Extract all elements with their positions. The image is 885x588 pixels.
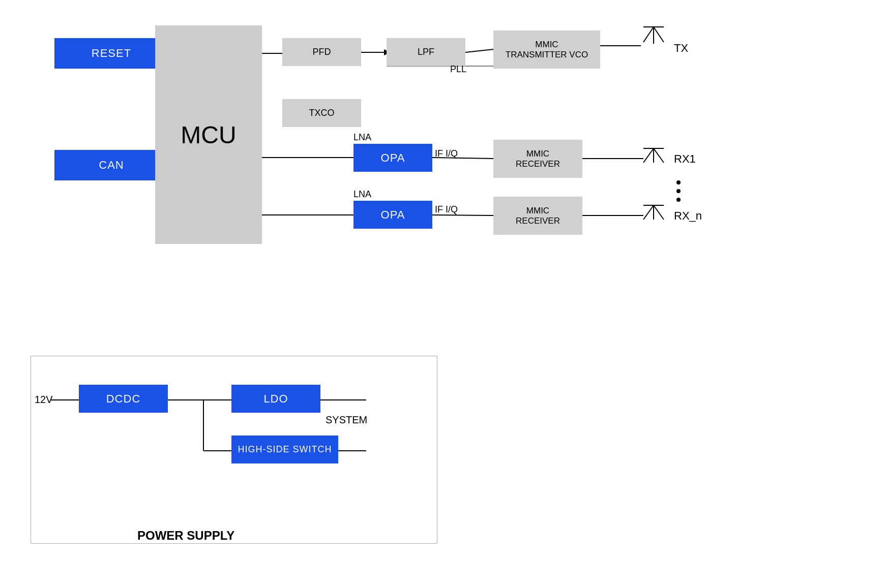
power-supply-label: POWER SUPPLY (137, 529, 234, 543)
diagram: RESET CAN MCU PFD LPF MMICTRANSMITTER VC… (0, 0, 885, 588)
reset-block: RESET (54, 38, 168, 69)
rxn-label: RX_n (674, 209, 702, 223)
tx-antenna-icon (638, 14, 669, 45)
lna2-label: LNA (353, 189, 371, 200)
system-label: SYSTEM (326, 414, 367, 426)
dot2 (676, 189, 681, 193)
lna1-label: LNA (353, 132, 371, 143)
svg-line-5 (465, 49, 493, 52)
if-iq1-label: IF I/Q (435, 148, 458, 159)
dot1 (676, 180, 681, 184)
if-iq2-label: IF I/Q (435, 204, 458, 215)
can-block: CAN (54, 150, 168, 180)
high-side-switch-block: HIGH-SIDE SWITCH (231, 436, 338, 463)
mmic-tx-block: MMICTRANSMITTER VCO (493, 30, 600, 69)
rx1-antenna-icon (638, 137, 669, 165)
dcdc-block: DCDC (79, 385, 168, 413)
txco-block: TXCO (282, 99, 361, 127)
svg-line-26 (654, 27, 664, 42)
tx-label: TX (674, 42, 688, 55)
svg-line-30 (643, 148, 654, 163)
mmic-rx1-block: MMICRECEIVER (493, 140, 582, 178)
mmic-rx2-block: MMICRECEIVER (493, 197, 582, 235)
mcu-block: MCU (155, 25, 262, 244)
opa2-block: OPA (353, 201, 432, 229)
ldo-block: LDO (231, 385, 320, 413)
rx1-label: RX1 (674, 152, 696, 166)
12v-label: 12V (35, 394, 53, 406)
lpf-block: LPF (387, 38, 465, 66)
svg-line-34 (643, 205, 654, 220)
svg-line-14 (432, 215, 493, 215)
opa1-block: OPA (353, 144, 432, 172)
svg-line-31 (654, 148, 664, 163)
pll-label: PLL (450, 64, 466, 75)
svg-line-25 (643, 27, 654, 42)
dot3 (676, 198, 681, 202)
pfd-block: PFD (282, 38, 361, 66)
svg-line-35 (654, 205, 664, 220)
rxn-antenna-icon (638, 194, 669, 222)
